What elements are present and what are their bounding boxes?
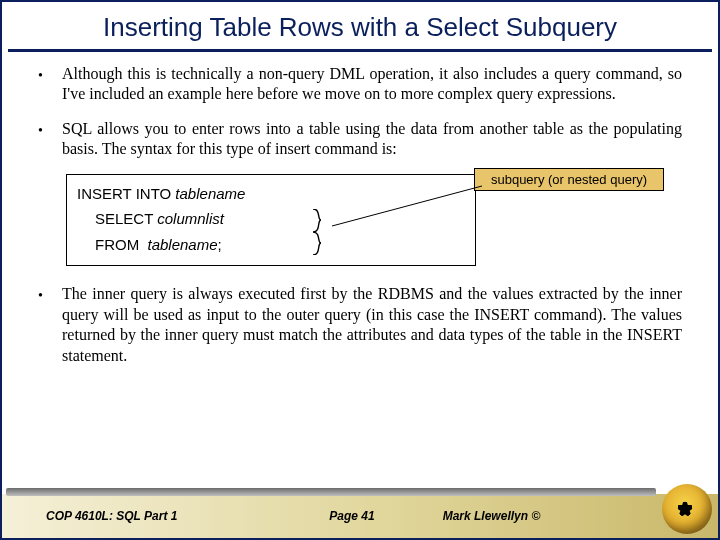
footer-topbar [6,488,656,496]
footer: COP 4610L: SQL Part 1 Page 41 Mark Llewe… [2,494,718,538]
bullet-dot-icon: • [38,119,62,160]
bullet-dot-icon: • [38,284,62,366]
slide-title: Inserting Table Rows with a Select Subqu… [2,2,718,49]
slide: Inserting Table Rows with a Select Subqu… [0,0,720,540]
var-tablename-1: tablename [175,185,245,202]
syntax-line-3: FROM tablename; [77,232,465,258]
var-columnlist: columnlist [157,210,224,227]
callout-box: subquery (or nested query) [474,168,664,191]
callout-connector-icon [332,180,482,220]
bullet-2: • SQL allows you to enter rows into a ta… [38,119,682,160]
kw-insert-into: INSERT INTO [77,185,175,202]
bullet-dot-icon: • [38,64,62,105]
syntax-wrap: INSERT INTO tablename SELECT columnlist … [66,174,476,267]
footer-center: Page 41 [321,509,382,523]
callout-text: subquery (or nested query) [491,172,647,187]
bullet-3-text: The inner query is always executed first… [62,284,682,366]
ucf-logo-icon [662,484,712,534]
semicolon: ; [218,236,222,253]
title-underline [8,49,712,52]
bullet-2-text: SQL allows you to enter rows into a tabl… [62,119,682,160]
slide-body: • Although this is technically a non-que… [2,64,718,494]
kw-select: SELECT [95,210,157,227]
bullet-1: • Although this is technically a non-que… [38,64,682,105]
var-tablename-2: tablename [148,236,218,253]
bullet-1-text: Although this is technically a non-query… [62,64,682,105]
brace-icon [311,209,325,255]
footer-left: COP 4610L: SQL Part 1 [2,509,321,523]
bullet-3: • The inner query is always executed fir… [38,284,682,366]
kw-from: FROM [95,236,148,253]
